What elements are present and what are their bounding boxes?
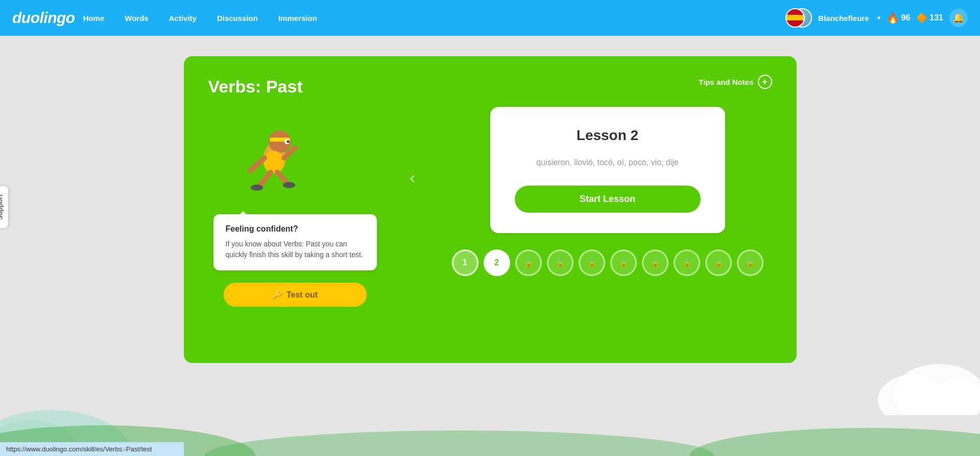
- lesson-dot-9[interactable]: 🔒: [705, 249, 732, 276]
- nav-menu: Home Words Activity Discussion Immersion: [75, 10, 786, 27]
- lesson-dot-6[interactable]: 🔒: [610, 249, 637, 276]
- test-out-label: Test out: [286, 290, 318, 300]
- svg-point-13: [264, 151, 284, 173]
- svg-point-7: [689, 428, 980, 456]
- gem-stat: 🔶 131: [916, 12, 943, 24]
- svg-line-14: [250, 158, 265, 171]
- key-icon: 🔑: [272, 290, 282, 300]
- nav-home[interactable]: Home: [75, 10, 113, 27]
- center-arrow: ‹: [402, 168, 423, 187]
- user-flags: [785, 8, 812, 28]
- lesson-title: Lesson 2: [515, 127, 701, 144]
- streak-count: 96: [901, 13, 911, 22]
- nav-words[interactable]: Words: [116, 10, 156, 27]
- nav-immersion[interactable]: Immersion: [270, 10, 325, 27]
- lesson-dot-8[interactable]: 🔒: [674, 249, 700, 276]
- navbar: duolingo Home Words Activity Discussion …: [0, 0, 980, 36]
- prev-arrow-button[interactable]: ‹: [410, 168, 415, 187]
- username[interactable]: Blanchefleure: [818, 14, 869, 22]
- tips-plus-icon: +: [758, 75, 772, 89]
- support-tab[interactable]: Support: [0, 186, 8, 228]
- background-scenery: [0, 354, 980, 456]
- lesson-dot-1[interactable]: 1: [452, 249, 479, 276]
- tips-notes-button[interactable]: Tips and Notes +: [699, 75, 772, 89]
- navbar-right: Blanchefleure ▾ 🔥 96 🔶 131 🔔: [785, 8, 968, 28]
- lesson-dot-10[interactable]: 🔒: [737, 249, 763, 276]
- notification-bell[interactable]: 🔔: [949, 9, 968, 27]
- tooltip-title: Feeling confident?: [226, 224, 365, 234]
- svg-point-4: [934, 379, 980, 415]
- left-column: Feeling confident? If you know about Ver…: [208, 107, 382, 307]
- svg-point-2: [893, 364, 980, 415]
- tips-notes-label: Tips and Notes: [699, 78, 753, 86]
- tooltip-text: If you know about Verbs: Past you can qu…: [226, 239, 365, 260]
- lesson-dot-3[interactable]: 🔒: [515, 249, 542, 276]
- right-column: Lesson 2 quisieron, llovió, tocó, oí, po…: [443, 107, 772, 276]
- svg-line-17: [277, 172, 288, 184]
- character-area: [229, 107, 362, 219]
- cloud-right-icon: [878, 354, 980, 415]
- lesson-dot-5[interactable]: 🔒: [579, 249, 605, 276]
- skill-inner: Feeling confident? If you know about Ver…: [208, 107, 772, 307]
- skill-card: Verbs: Past Tips and Notes +: [184, 56, 797, 363]
- lesson-words: quisieron, llovió, tocó, oí, poco, vio, …: [515, 156, 701, 169]
- lesson-dots: 1 2 🔒 🔒 🔒 🔒 🔒 🔒 🔒 🔒: [452, 249, 763, 276]
- lesson-card: Lesson 2 quisieron, llovió, tocó, oí, po…: [490, 107, 725, 233]
- start-lesson-button[interactable]: Start Lesson: [515, 186, 701, 213]
- skill-title: Verbs: Past: [208, 77, 772, 97]
- svg-point-3: [878, 374, 949, 415]
- lesson-dot-2[interactable]: 2: [484, 249, 510, 276]
- confidence-tooltip: Feeling confident? If you know about Ver…: [213, 214, 377, 270]
- lesson-dot-7[interactable]: 🔒: [642, 249, 668, 276]
- fire-icon: 🔥: [887, 12, 899, 24]
- nav-discussion[interactable]: Discussion: [209, 10, 266, 27]
- runner-character-icon: [229, 107, 321, 209]
- gem-count: 131: [929, 13, 943, 22]
- main-area: Verbs: Past Tips and Notes +: [0, 36, 980, 456]
- svg-line-16: [259, 172, 271, 186]
- svg-point-6: [204, 430, 715, 456]
- svg-point-12: [286, 141, 289, 143]
- test-out-button[interactable]: 🔑 Test out: [224, 283, 367, 307]
- svg-point-18: [251, 185, 263, 191]
- status-bar: https://www.duolingo.com/skill/es/Verbs:…: [0, 442, 184, 456]
- svg-point-19: [283, 182, 295, 188]
- nav-activity[interactable]: Activity: [161, 10, 205, 27]
- logo[interactable]: duolingo: [12, 9, 75, 27]
- chevron-down-icon[interactable]: ▾: [877, 14, 880, 21]
- gem-icon: 🔶: [916, 12, 927, 24]
- lesson-dot-4[interactable]: 🔒: [547, 249, 573, 276]
- streak-stat: 🔥 96: [887, 12, 911, 24]
